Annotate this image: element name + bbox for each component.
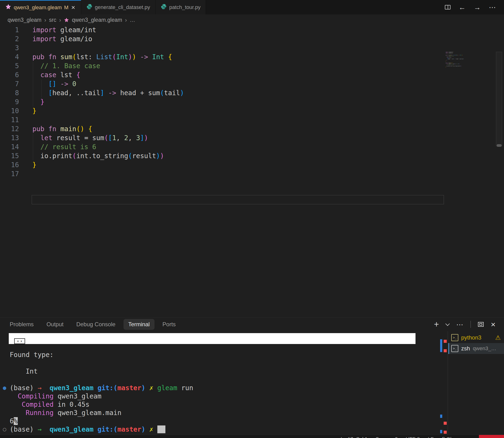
- line-number: 4: [0, 53, 19, 62]
- scrollbar-handle[interactable]: [497, 144, 502, 147]
- code-line: 3: [0, 44, 184, 53]
- divider: [470, 321, 471, 328]
- breadcrumb-project[interactable]: qwen3_gleam: [8, 17, 41, 23]
- line-number: 2: [0, 34, 19, 44]
- terminal-tab-label: python3: [461, 334, 481, 341]
- python-icon: [86, 4, 93, 11]
- tab-qwen3-gleam[interactable]: qwen3_gleam.gleam M ×: [0, 0, 81, 14]
- line-content: // 1. Base case: [32, 62, 100, 71]
- code-line: 2import gleam/io: [0, 34, 184, 44]
- status-badge-label: ACG: [489, 437, 500, 438]
- minimap[interactable]: import gleam/intimport gleam/iopub fn su…: [446, 52, 496, 68]
- split-editor-icon[interactable]: [445, 5, 450, 10]
- line-number: 9: [0, 98, 19, 107]
- token: import: [32, 35, 56, 43]
- token: head + sum: [116, 89, 160, 97]
- terminal-inline-image: x x: [9, 333, 416, 344]
- code-line: 8 [head, ..tail] -> head + sum(tail): [0, 88, 184, 98]
- breadcrumb-file[interactable]: qwen3_gleam.gleam: [72, 17, 122, 23]
- close-panel-icon[interactable]: ×: [491, 320, 495, 328]
- token: ->: [140, 53, 148, 61]
- terminal-ruler-mark: [440, 415, 442, 418]
- token: }: [446, 66, 446, 67]
- chevron-down-icon[interactable]: [445, 321, 450, 326]
- breadcrumb-symbol-more[interactable]: …: [130, 17, 135, 23]
- line-content: [] -> 0: [32, 79, 76, 88]
- line-number: 13: [0, 133, 19, 142]
- token: import: [32, 26, 56, 34]
- token: (: [160, 89, 164, 97]
- terminal-output[interactable]: Found type: Int●(base) → qwen3_gleam git…: [10, 351, 193, 434]
- prompt-circle-icon: ○: [3, 425, 6, 434]
- terminal-token: →: [38, 384, 42, 392]
- tab-generate-cli-dataset[interactable]: generate_cli_dataset.py: [81, 0, 156, 14]
- more-actions-icon[interactable]: ⋯: [489, 3, 496, 11]
- terminal-image-box: x x: [14, 338, 25, 344]
- minimap-line: [446, 67, 496, 68]
- token: ,: [116, 134, 124, 142]
- status-badge[interactable]: ⊗ ACG: [479, 435, 504, 438]
- panel-tab-terminal[interactable]: Terminal: [124, 319, 154, 330]
- terminal-line: 6%: [10, 417, 193, 425]
- terminal-line: Running qwen3_gleam.main: [10, 409, 193, 417]
- terminal-token: Found type:: [10, 351, 54, 359]
- terminal-tab-python3[interactable]: >_ python3 ⚠: [448, 332, 504, 343]
- line-number: 10: [0, 107, 19, 116]
- indentation[interactable]: Spaces: 2: [375, 436, 397, 438]
- token: }: [32, 161, 36, 169]
- token: gleam/io: [56, 35, 92, 43]
- token: head, ..tail: [448, 58, 454, 59]
- token: lst:: [76, 53, 96, 61]
- code-line: 1import gleam/int: [0, 26, 184, 34]
- token: [32, 89, 48, 97]
- eol-sequence[interactable]: LF: [428, 436, 434, 438]
- tab-patch-tour[interactable]: patch_tour.py: [155, 0, 206, 14]
- terminal-tab-zsh[interactable]: >_ zsh qwen3_…: [448, 343, 504, 354]
- token: lst: [56, 71, 76, 79]
- language-mode[interactable]: {} Gleam: [442, 436, 461, 438]
- code-editor[interactable]: 1import gleam/int2import gleam/io34pub f…: [0, 26, 504, 317]
- panel-header: Problems Output Debug Console Terminal P…: [0, 318, 504, 331]
- token: (: [112, 53, 116, 61]
- tab-label: qwen3_gleam.gleam: [14, 4, 62, 11]
- terminal-more-icon[interactable]: ⋯: [456, 320, 463, 328]
- token: [136, 53, 140, 61]
- go-forward-icon[interactable]: →: [474, 3, 481, 11]
- terminal-token: [42, 426, 50, 433]
- token: List: [96, 53, 112, 61]
- warning-icon: ⚠: [495, 334, 501, 341]
- line-number: 5: [0, 62, 19, 71]
- line-content: io.print(int.to_string(result)): [32, 152, 164, 161]
- terminal-token: [145, 384, 149, 392]
- panel-tab-problems[interactable]: Problems: [10, 319, 34, 330]
- token: [56, 125, 60, 133]
- encoding[interactable]: UTF-8: [406, 436, 420, 438]
- breadcrumb-separator: ›: [59, 17, 61, 23]
- token: ): [180, 89, 184, 97]
- new-terminal-icon[interactable]: +: [434, 319, 439, 329]
- terminal-line: [10, 359, 193, 367]
- scrollbar-track[interactable]: [496, 52, 502, 146]
- token: }: [447, 60, 447, 61]
- token: 0: [72, 80, 76, 88]
- panel-tab-debug-console[interactable]: Debug Console: [76, 319, 115, 330]
- panel-tab-ports[interactable]: Ports: [162, 319, 176, 330]
- token: ): [463, 58, 464, 59]
- cursor-position[interactable]: Ln 17, Col 1: [341, 436, 367, 438]
- current-line-highlight: [32, 195, 444, 204]
- line-number: 6: [0, 71, 19, 79]
- maximize-panel-icon[interactable]: [478, 322, 484, 327]
- terminal-token: git:(: [97, 384, 117, 392]
- line-content: }: [32, 161, 36, 170]
- terminal-prompt-icon: >_: [451, 345, 458, 352]
- token: ): [459, 64, 460, 64]
- close-icon[interactable]: ×: [71, 4, 75, 11]
- go-back-icon[interactable]: ←: [459, 3, 466, 11]
- token: [32, 98, 41, 106]
- token: head, ..tail: [52, 89, 100, 97]
- breadcrumb-src[interactable]: src: [49, 17, 56, 23]
- token: (: [72, 152, 76, 160]
- line-content: case lst {: [32, 71, 80, 79]
- terminal-token: git:(: [97, 426, 117, 433]
- panel-tab-output[interactable]: Output: [46, 319, 64, 330]
